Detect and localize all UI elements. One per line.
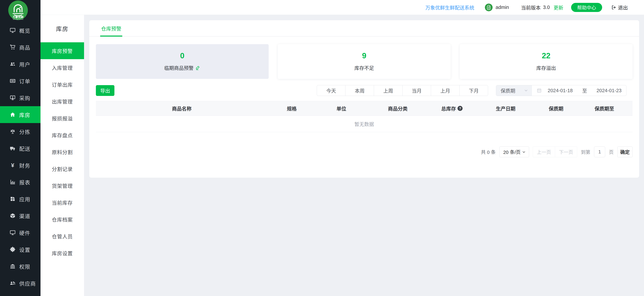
logout-label: 退出 (618, 4, 628, 11)
sidebar-item-label: 财务 (19, 161, 30, 169)
sidebar-item[interactable]: 库房 (0, 106, 40, 123)
sidebar-item[interactable]: 分拣 (0, 123, 40, 140)
column-label: 保质期至 (594, 105, 614, 112)
sidebar-item[interactable]: 应用 (0, 191, 40, 207)
stat-card[interactable]: 9 库存不足 (278, 44, 450, 79)
sidebar-item-label: 配送 (19, 145, 30, 152)
sidebar-item-label: 应用 (19, 195, 30, 203)
sidebar-item-label: 订单 (19, 77, 30, 85)
expiry-type-value: 保质期 (500, 87, 515, 94)
quick-range-button[interactable]: 本周 (345, 85, 374, 96)
table-empty-state: 暂无数据 (96, 116, 632, 132)
submenu-item-label: 原料分割 (52, 148, 73, 156)
stat-card[interactable]: 0 临期商品预警 (96, 44, 269, 79)
sidebar-item[interactable]: 设置 (0, 241, 40, 258)
sidebar-item[interactable]: 配送 (0, 140, 40, 157)
submenu-item[interactable]: 出库管理 (40, 93, 84, 110)
submenu-item[interactable]: 仓管人员 (40, 228, 84, 245)
sidebar-item[interactable]: 渠道 (0, 207, 40, 224)
stat-label: 临期商品预警 (164, 64, 194, 71)
table-column-header: 规格 (268, 105, 316, 112)
warning-table: 商品名称 规格 单位 商品分类 总库存 生产日期 保质期 保质期至 暂无数据 (96, 101, 632, 132)
sidebar-item[interactable]: 报表 (0, 174, 40, 191)
table-column-header: 总库存 (429, 105, 476, 112)
tab-warehouse-warning[interactable]: 仓库预警 (101, 20, 121, 36)
submenu-item[interactable]: 当前库存 (40, 194, 84, 211)
date-end-input[interactable]: 2024-01-23 (596, 88, 622, 93)
submenu-item[interactable]: 仓库档案 (40, 211, 84, 228)
card-body: 0 临期商品预警 9 库存不足 22 库存溢出 (89, 44, 639, 157)
sidebar-item-label: 渠道 (19, 212, 30, 220)
stats-row: 0 临期商品预警 9 库存不足 22 库存溢出 (96, 44, 632, 79)
brand-logo: 万象优鲜 WAN XIANG YOU XIAN (8, 0, 28, 20)
submenu-item-label: 出库管理 (52, 98, 73, 105)
export-button[interactable]: 导出 (96, 85, 114, 96)
sidebar-item-label: 分拣 (19, 128, 30, 135)
table-column-header: 保质期 (536, 105, 576, 112)
quick-range-button[interactable]: 当月 (402, 85, 431, 96)
sidebar-item[interactable]: 硬件 (0, 224, 40, 241)
submenu-item[interactable]: 库房预警 (40, 42, 84, 59)
submenu-item[interactable]: 订单出库 (40, 76, 84, 93)
update-link[interactable]: 更新 (554, 4, 563, 11)
help-icon[interactable] (458, 106, 462, 111)
next-page-button[interactable]: 下一页 (555, 146, 577, 157)
quick-range-button[interactable]: 上月 (431, 85, 460, 96)
goto-page-input[interactable]: 1 (594, 146, 605, 157)
sidebar-item[interactable]: 采购 (0, 89, 40, 106)
sidebar-item-label: 设置 (19, 246, 30, 253)
submenu-item[interactable]: 原料分割 (40, 143, 84, 160)
submenu-nav: 库房预警 入库管理 订单出库 出库管理 报损报溢 库存盘点 原料分割 分割记录 … (40, 42, 84, 262)
page-size-select[interactable]: 20 条/页 (499, 146, 529, 157)
help-center-button[interactable]: 帮助中心 (571, 3, 602, 12)
submenu-item[interactable]: 库存盘点 (40, 127, 84, 143)
stat-value: 22 (542, 52, 550, 59)
quick-range-button[interactable]: 今天 (317, 85, 346, 96)
pagination: 共 0 条 20 条/页 上一页 下一页 到第 1 页 确定 (96, 146, 632, 157)
stat-card[interactable]: 22 库存溢出 (460, 44, 632, 79)
logout-button[interactable]: 退出 (611, 4, 628, 11)
date-separator: 至 (582, 87, 587, 94)
sidebar-item-label: 概览 (19, 27, 30, 34)
table-header-row: 商品名称 规格 单位 商品分类 总库存 生产日期 保质期 保质期至 (96, 101, 632, 116)
system-name-link[interactable]: 万象优鲜生鲜配送系统 (426, 4, 474, 11)
report-icon (10, 179, 16, 185)
sidebar-item-label: 硬件 (19, 229, 30, 237)
column-label: 生产日期 (496, 105, 516, 112)
secondary-sidebar: 库房 库房预警 入库管理 订单出库 出库管理 报损报溢 库存盘点 原料分割 分割… (40, 15, 84, 296)
quick-range-button[interactable]: 上周 (374, 85, 402, 96)
overview-icon (10, 27, 16, 33)
sidebar-item[interactable]: 商品 (0, 39, 40, 56)
hardware-icon (10, 229, 16, 236)
date-range-picker[interactable]: 2024-01-18 至 2024-01-23 (532, 85, 626, 96)
date-start-input[interactable]: 2024-01-18 (548, 88, 572, 93)
avatar[interactable] (485, 3, 492, 11)
sidebar-item[interactable]: 供应商 (0, 275, 40, 292)
stat-label: 库存溢出 (536, 64, 556, 71)
submenu-item[interactable]: 货架管理 (40, 177, 84, 194)
logout-icon (611, 5, 616, 10)
sidebar-item[interactable]: 权限 (0, 258, 40, 275)
edit-pencil-icon[interactable] (195, 65, 200, 70)
goto-confirm-button[interactable]: 确定 (617, 146, 632, 157)
sidebar-item[interactable]: 用户 (0, 56, 40, 72)
stat-value: 0 (180, 52, 184, 59)
submenu-item[interactable]: 分割记录 (40, 160, 84, 177)
sidebar-item-label: 用户 (19, 60, 30, 68)
sidebar-item-label: 商品 (19, 43, 30, 51)
submenu-item[interactable]: 库房设置 (40, 245, 84, 262)
column-label: 保质期 (549, 105, 563, 112)
quick-range-button[interactable]: 下月 (459, 85, 488, 96)
submenu-item[interactable]: 入库管理 (40, 59, 84, 76)
primary-nav: 概览 商品 用户 订单 采购 库房 分拣 配送 ¥ 财务 报表 应用 (0, 22, 40, 292)
submenu-item-label: 库房设置 (52, 249, 73, 257)
sidebar-item[interactable]: 概览 (0, 22, 40, 39)
orders-icon (10, 78, 16, 84)
filter-row: 导出 今天 本周 上周 当月 上月 下月 保质期 (96, 85, 632, 96)
submenu-item[interactable]: 报损报溢 (40, 110, 84, 127)
sidebar-item[interactable]: ¥ 财务 (0, 157, 40, 174)
prev-page-button[interactable]: 上一页 (533, 146, 555, 157)
quick-range-group: 今天 本周 上周 当月 上月 下月 (317, 85, 488, 96)
sidebar-item[interactable]: 订单 (0, 72, 40, 89)
expiry-type-select[interactable]: 保质期 (496, 85, 532, 96)
